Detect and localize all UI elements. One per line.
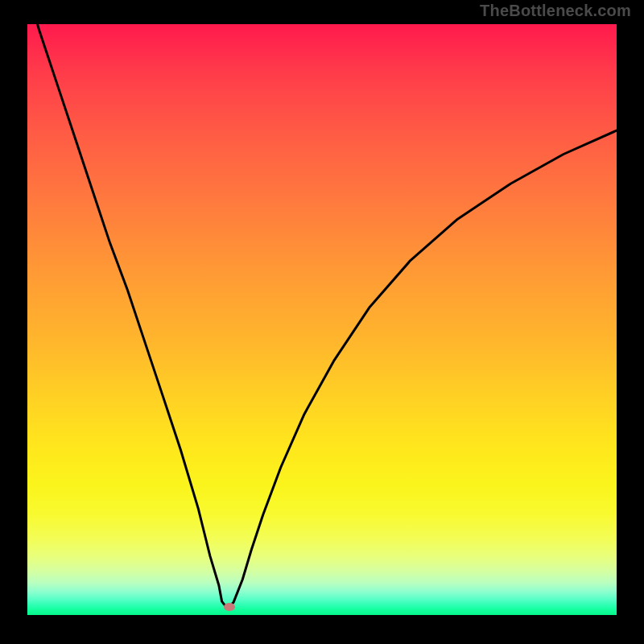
plot-area <box>27 24 617 615</box>
watermark-text: TheBottleneck.com <box>480 2 631 20</box>
chart-frame: TheBottleneck.com <box>0 0 644 644</box>
optimal-point-marker <box>224 603 235 611</box>
bottleneck-curve <box>27 24 617 615</box>
